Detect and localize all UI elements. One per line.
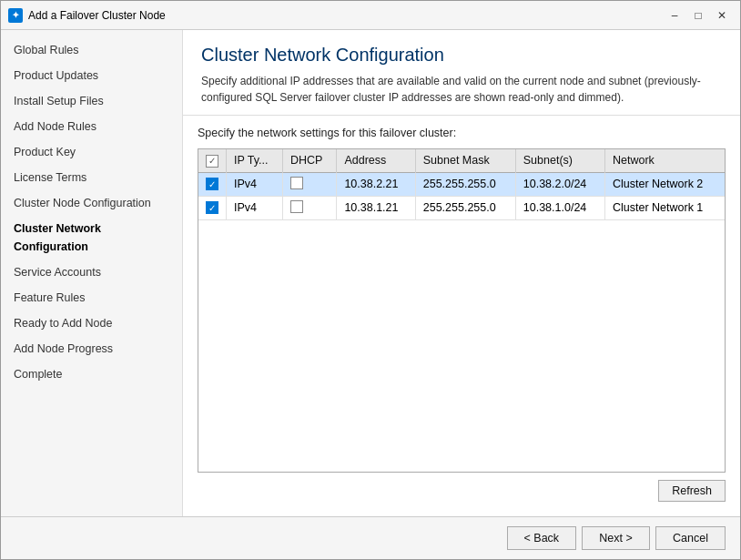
main-panel: Cluster Network Configuration Specify ad… [183,30,740,516]
back-button[interactable]: < Back [507,526,577,550]
close-button[interactable]: ✕ [711,5,733,25]
page-title: Cluster Network Configuration [201,45,722,66]
row-network-1: Cluster Network 1 [604,196,725,219]
title-bar-controls: – □ ✕ [664,5,733,25]
network-settings-label: Specify the network settings for this fa… [198,127,726,139]
footer: < Back Next > Cancel [1,516,740,559]
main-window: ✦ Add a Failover Cluster Node – □ ✕ Glob… [0,0,741,560]
app-icon: ✦ [8,8,23,23]
minimize-button[interactable]: – [664,5,685,25]
sidebar-item-feature-rules[interactable]: Feature Rules [1,285,182,311]
table-header-row: ✓ IP Ty... DHCP Address Subnet Mask Subn… [198,149,725,172]
maximize-button[interactable]: □ [687,5,709,25]
sidebar-item-install-setup-files[interactable]: Install Setup Files [1,88,182,114]
row-subnet_mask-0: 255.255.255.0 [415,172,515,196]
sidebar-item-license-terms[interactable]: License Terms [1,165,182,190]
row-subnets-1: 10.38.1.0/24 [515,196,604,219]
sidebar-item-cluster-network-configuration[interactable]: Cluster Network Configuration [1,216,182,260]
row-checkbox-0[interactable]: ✓ [206,178,218,190]
header-checkbox-cell[interactable]: ✓ [198,149,227,172]
row-ip_type-0: IPv4 [227,172,283,196]
row-subnets-0: 10.38.2.0/24 [515,172,604,196]
table-row[interactable]: ✓IPv410.38.2.21255.255.255.010.38.2.0/24… [198,172,725,196]
title-bar-left: ✦ Add a Failover Cluster Node [8,8,166,23]
sidebar-item-ready-to-add-node[interactable]: Ready to Add Node [1,311,182,336]
refresh-row: Refresh [198,473,726,505]
row-address-1: 10.38.1.21 [337,196,415,219]
row-checkbox-cell-1[interactable]: ✓ [198,196,227,219]
network-table-container: ✓ IP Ty... DHCP Address Subnet Mask Subn… [198,148,726,473]
title-bar: ✦ Add a Failover Cluster Node – □ ✕ [1,1,740,30]
network-table: ✓ IP Ty... DHCP Address Subnet Mask Subn… [198,149,725,220]
row-ip_type-1: IPv4 [227,196,283,219]
row-dhcp-0 [282,172,337,196]
content-area: Global RulesProduct UpdatesInstall Setup… [1,30,740,516]
sidebar-item-add-node-rules[interactable]: Add Node Rules [1,114,182,139]
main-body: Specify the network settings for this fa… [183,116,740,516]
cancel-button[interactable]: Cancel [655,526,726,550]
row-network-0: Cluster Network 2 [604,172,725,196]
sidebar-item-product-key[interactable]: Product Key [1,139,182,165]
header-checkbox[interactable]: ✓ [206,155,218,168]
header-address: Address [337,149,415,172]
row-dhcp-1 [282,196,337,219]
refresh-button[interactable]: Refresh [658,480,726,502]
sidebar: Global RulesProduct UpdatesInstall Setup… [1,30,183,516]
sidebar-item-complete[interactable]: Complete [1,361,182,387]
dhcp-checkbox-1[interactable] [290,200,303,213]
row-subnet_mask-1: 255.255.255.0 [415,196,515,219]
header-dhcp: DHCP [282,149,337,172]
dhcp-checkbox-0[interactable] [290,177,303,189]
next-button[interactable]: Next > [582,526,650,550]
sidebar-item-cluster-node-configuration[interactable]: Cluster Node Configuration [1,190,182,216]
sidebar-item-service-accounts[interactable]: Service Accounts [1,260,182,285]
header-ip-type: IP Ty... [227,149,283,172]
row-checkbox-1[interactable]: ✓ [206,201,218,214]
main-header: Cluster Network Configuration Specify ad… [183,30,740,116]
header-network: Network [604,149,725,172]
window-title: Add a Failover Cluster Node [28,9,166,22]
sidebar-item-global-rules[interactable]: Global Rules [1,37,182,63]
sidebar-item-add-node-progress[interactable]: Add Node Progress [1,336,182,361]
page-description: Specify additional IP addresses that are… [201,73,711,106]
sidebar-item-product-updates[interactable]: Product Updates [1,63,182,88]
header-subnets: Subnet(s) [515,149,604,172]
row-address-0: 10.38.2.21 [337,172,415,196]
header-subnet-mask: Subnet Mask [415,149,515,172]
row-checkbox-cell-0[interactable]: ✓ [198,172,227,196]
table-row[interactable]: ✓IPv410.38.1.21255.255.255.010.38.1.0/24… [198,196,725,219]
